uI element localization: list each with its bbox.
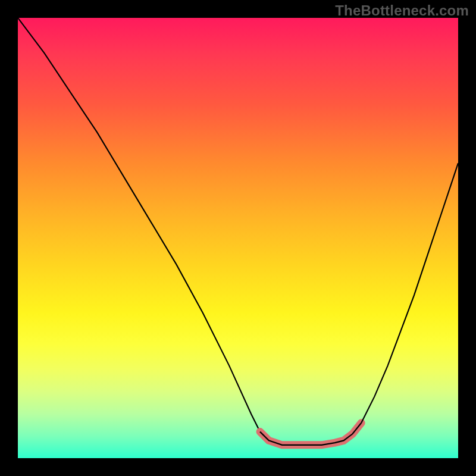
- watermark: TheBottleneck.com: [335, 2, 469, 19]
- left-curve: [18, 18, 269, 440]
- plot-area: [18, 18, 458, 458]
- flat-highlight: [260, 423, 361, 445]
- chart-svg: [18, 18, 458, 458]
- right-curve: [361, 163, 458, 423]
